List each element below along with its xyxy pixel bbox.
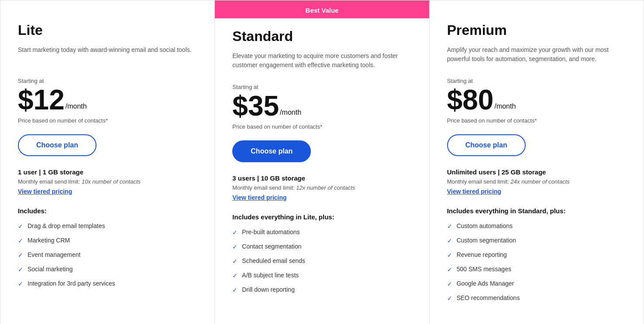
- feature-text-premium-0: Custom automations: [457, 222, 513, 229]
- plan-name-lite: Lite: [18, 22, 197, 38]
- check-icon-lite-0: ✓: [18, 223, 23, 230]
- price-note-standard: Price based on number of contacts*: [232, 123, 411, 130]
- feature-text-standard-0: Pre-built automations: [242, 229, 300, 235]
- feature-text-premium-2: Revenue reporting: [457, 251, 507, 258]
- feature-text-standard-3: A/B subject line tests: [242, 272, 299, 279]
- price-amount-standard: $35: [232, 92, 279, 120]
- feature-text-lite-0: Drag & drop email templates: [28, 222, 105, 229]
- feature-item-standard-2: ✓ Scheduled email sends: [232, 257, 411, 265]
- feature-item-lite-0: ✓ Drag & drop email templates: [18, 222, 197, 230]
- price-period-standard: /month: [280, 109, 301, 116]
- send-limit-lite: Monthly email send limit: 10x number of …: [18, 178, 197, 185]
- feature-list-lite: ✓ Drag & drop email templates ✓ Marketin…: [18, 222, 197, 287]
- check-icon-standard-1: ✓: [232, 243, 238, 250]
- feature-item-premium-4: ✓ Google Ads Manager: [447, 280, 626, 287]
- feature-item-lite-3: ✓ Social marketing: [18, 266, 197, 273]
- feature-item-premium-3: ✓ 500 SMS messages: [447, 266, 626, 273]
- price-period-premium: /month: [494, 102, 516, 110]
- price-row-standard: $35 /month: [232, 92, 411, 120]
- check-icon-premium-3: ✓: [447, 266, 452, 273]
- feature-text-lite-1: Marketing CRM: [28, 237, 70, 244]
- feature-text-lite-2: Event management: [28, 251, 80, 258]
- view-tiered-pricing-link-premium[interactable]: View tiered pricing: [447, 188, 501, 195]
- feature-item-standard-4: ✓ Drill down reporting: [232, 286, 411, 293]
- feature-list-standard: ✓ Pre-built automations ✓ Contact segmen…: [232, 229, 411, 293]
- price-row-lite: $12 /month: [18, 86, 197, 114]
- feature-list-premium: ✓ Custom automations ✓ Custom segmentati…: [447, 222, 626, 302]
- includes-heading-premium: Includes everything in Standard, plus:: [447, 207, 626, 215]
- feature-item-premium-2: ✓ Revenue reporting: [447, 251, 626, 259]
- price-note-lite: Price based on number of contacts*: [18, 117, 197, 124]
- price-amount-lite: $12: [18, 86, 65, 114]
- feature-item-lite-2: ✓ Event management: [18, 251, 197, 259]
- feature-item-lite-1: ✓ Marketing CRM: [18, 237, 197, 244]
- view-tiered-pricing-link-standard[interactable]: View tiered pricing: [232, 194, 286, 201]
- plan-card-lite: LiteStart marketing today with award-win…: [0, 0, 215, 324]
- feature-item-standard-1: ✓ Contact segmentation: [232, 243, 411, 250]
- choose-plan-button-lite[interactable]: Choose plan: [18, 134, 96, 156]
- plan-card-premium: PremiumAmplify your reach and maximize y…: [430, 0, 644, 324]
- feature-text-lite-3: Social marketing: [28, 266, 73, 273]
- check-icon-lite-2: ✓: [18, 252, 23, 259]
- includes-heading-lite: Includes:: [18, 207, 197, 215]
- check-icon-premium-5: ✓: [447, 295, 452, 302]
- send-limit-standard: Monthly email send limit: 12x number of …: [232, 184, 411, 191]
- check-icon-lite-4: ✓: [18, 280, 23, 287]
- feature-item-standard-3: ✓ A/B subject line tests: [232, 272, 411, 279]
- feature-item-standard-0: ✓ Pre-built automations: [232, 229, 411, 236]
- plan-storage-standard: 3 users | 10 GB storage: [232, 174, 411, 182]
- plan-description-premium: Amplify your reach and maximize your gro…: [447, 45, 626, 67]
- plan-name-premium: Premium: [447, 22, 626, 38]
- plan-card-standard: Best ValueStandardElevate your marketing…: [215, 0, 429, 324]
- best-value-banner: Best Value: [215, 2, 429, 18]
- pricing-table: LiteStart marketing today with award-win…: [0, 0, 644, 324]
- feature-item-lite-4: ✓ Integration for 3rd party services: [18, 280, 197, 287]
- starting-at-premium: Starting at: [447, 78, 626, 84]
- choose-plan-button-premium[interactable]: Choose plan: [447, 134, 526, 156]
- feature-text-standard-4: Drill down reporting: [242, 286, 295, 293]
- check-icon-lite-1: ✓: [18, 237, 23, 244]
- price-row-premium: $80 /month: [447, 86, 626, 114]
- price-period-lite: /month: [65, 102, 87, 110]
- feature-text-standard-2: Scheduled email sends: [242, 257, 305, 264]
- check-icon-standard-3: ✓: [232, 272, 238, 279]
- plan-storage-premium: Unlimited users | 25 GB storage: [447, 168, 626, 176]
- send-limit-premium: Monthly email send limit: 24x number of …: [447, 178, 626, 185]
- feature-text-premium-1: Custom segmentation: [457, 237, 516, 244]
- feature-item-premium-0: ✓ Custom automations: [447, 222, 626, 230]
- check-icon-premium-4: ✓: [447, 280, 452, 287]
- check-icon-premium-2: ✓: [447, 252, 452, 259]
- plan-description-standard: Elevate your marketing to acquire more c…: [232, 51, 411, 73]
- choose-plan-button-standard[interactable]: Choose plan: [232, 140, 311, 162]
- feature-text-premium-4: Google Ads Manager: [457, 280, 514, 287]
- includes-heading-standard: Includes everything in Lite, plus:: [232, 213, 411, 221]
- check-icon-premium-1: ✓: [447, 237, 452, 244]
- check-icon-standard-4: ✓: [232, 286, 238, 293]
- feature-text-standard-1: Contact segmentation: [242, 243, 301, 250]
- view-tiered-pricing-link-lite[interactable]: View tiered pricing: [18, 188, 72, 195]
- feature-item-premium-1: ✓ Custom segmentation: [447, 237, 626, 244]
- check-icon-lite-3: ✓: [18, 266, 23, 273]
- feature-item-premium-5: ✓ SEO recommendations: [447, 294, 626, 302]
- plan-description-lite: Start marketing today with award-winning…: [18, 45, 197, 67]
- price-note-premium: Price based on number of contacts*: [447, 117, 626, 124]
- check-icon-standard-2: ✓: [232, 258, 238, 265]
- feature-text-premium-5: SEO recommendations: [457, 294, 520, 301]
- check-icon-premium-0: ✓: [447, 223, 452, 230]
- starting-at-lite: Starting at: [18, 78, 197, 84]
- price-amount-premium: $80: [447, 86, 494, 114]
- starting-at-standard: Starting at: [232, 84, 411, 90]
- feature-text-lite-4: Integration for 3rd party services: [28, 280, 115, 287]
- plan-name-standard: Standard: [232, 28, 411, 44]
- feature-text-premium-3: 500 SMS messages: [457, 266, 511, 273]
- plan-storage-lite: 1 user | 1 GB storage: [18, 168, 197, 176]
- check-icon-standard-0: ✓: [232, 229, 238, 236]
